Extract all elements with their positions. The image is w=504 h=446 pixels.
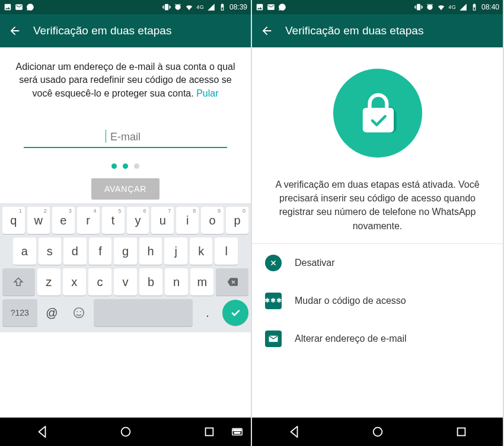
nav-bar	[0, 418, 251, 446]
option-disable-label: Desativar	[295, 258, 335, 268]
app-bar: Verificação em duas etapas	[0, 14, 251, 47]
shift-key[interactable]	[2, 268, 35, 296]
vibrate-icon	[162, 3, 171, 11]
svg-rect-14	[457, 428, 465, 436]
close-icon	[265, 255, 282, 271]
svg-rect-8	[237, 429, 238, 431]
space-key[interactable]	[94, 299, 193, 326]
email-field[interactable]	[24, 129, 227, 148]
mail-icon	[265, 331, 282, 347]
image-icon	[4, 3, 12, 11]
network-label: 4G	[448, 4, 456, 10]
key-s[interactable]: s	[39, 238, 62, 265]
key-w[interactable]: w2	[27, 207, 50, 234]
page-title: Verificação em duas etapas	[285, 24, 423, 37]
key-j[interactable]: j	[164, 238, 187, 265]
nav-recent-icon[interactable]	[455, 425, 468, 438]
option-change-pin-label: Mudar o código de acesso	[295, 296, 406, 306]
status-bar: 4G 08:39	[0, 0, 251, 14]
key-t[interactable]: t5	[102, 207, 125, 234]
key-o[interactable]: o9	[201, 207, 224, 234]
key-x[interactable]: x	[63, 268, 86, 296]
enter-key[interactable]	[222, 300, 248, 326]
next-button[interactable]: AVANÇAR	[91, 178, 160, 200]
svg-point-1	[77, 311, 78, 312]
svg-point-2	[80, 311, 81, 312]
emoji-key[interactable]	[66, 299, 91, 326]
nav-home-icon[interactable]	[371, 425, 384, 438]
signal-icon	[207, 3, 215, 11]
alarm-icon	[426, 3, 434, 11]
key-r[interactable]: r4	[77, 207, 100, 234]
network-label: 4G	[196, 4, 204, 10]
svg-rect-11	[234, 432, 240, 434]
pin-icon: ✱✱✱	[265, 293, 282, 309]
backspace-key[interactable]	[216, 268, 248, 296]
key-q[interactable]: q1	[2, 207, 25, 234]
content-left: Adicionar um endereço de e-mail à sua co…	[0, 47, 251, 418]
key-f[interactable]: f	[89, 238, 112, 265]
key-e[interactable]: e3	[52, 207, 75, 234]
key-u[interactable]: u7	[151, 207, 174, 234]
key-g[interactable]: g	[114, 238, 137, 265]
whatsapp-icon	[26, 3, 34, 11]
svg-rect-6	[234, 429, 235, 431]
key-b[interactable]: b	[139, 268, 162, 296]
key-c[interactable]: c	[88, 268, 111, 296]
key-y[interactable]: y6	[127, 207, 149, 234]
description: Adicionar um endereço de e-mail à sua co…	[0, 47, 251, 105]
progress-dots	[111, 163, 139, 169]
whatsapp-icon	[278, 3, 286, 11]
back-icon[interactable]	[260, 24, 273, 37]
text-cursor	[106, 130, 107, 143]
keyboard: q1w2e3r4t5y6u7i8o9p0 asdfghjkl zxcvbnm ?…	[0, 203, 251, 332]
option-change-pin[interactable]: ✱✱✱ Mudar o código de acesso	[252, 282, 503, 320]
key-l[interactable]: l	[215, 238, 238, 265]
status-left	[4, 3, 34, 11]
dot-3	[134, 163, 139, 169]
key-a[interactable]: a	[13, 238, 36, 265]
symbols-key[interactable]: ?123	[2, 299, 37, 326]
wifi-icon	[437, 3, 445, 11]
key-z[interactable]: z	[37, 268, 60, 296]
nav-back-icon[interactable]	[288, 425, 301, 438]
battery-icon	[218, 3, 227, 11]
option-disable[interactable]: Desativar	[252, 244, 503, 282]
phone-right: 4G 08:40 Verificação em duas etapas A ve…	[252, 0, 504, 446]
keyboard-switch-icon[interactable]	[231, 425, 244, 438]
keyboard-row-4: ?123 @ .	[2, 299, 248, 326]
key-v[interactable]: v	[114, 268, 137, 296]
dot-1	[111, 163, 117, 169]
key-n[interactable]: n	[165, 268, 188, 296]
gmail-icon	[15, 3, 23, 11]
period-key[interactable]: .	[195, 299, 220, 326]
alarm-icon	[174, 3, 182, 11]
page-title: Verificação em duas etapas	[33, 24, 171, 37]
signal-icon	[459, 3, 467, 11]
key-k[interactable]: k	[190, 238, 213, 265]
wifi-icon	[185, 3, 193, 11]
nav-recent-icon[interactable]	[203, 425, 216, 438]
key-d[interactable]: d	[63, 238, 87, 265]
at-key[interactable]: @	[40, 299, 65, 326]
key-h[interactable]: h	[139, 238, 162, 265]
back-icon[interactable]	[8, 24, 21, 37]
svg-rect-7	[235, 429, 236, 431]
key-m[interactable]: m	[190, 268, 213, 296]
svg-rect-9	[238, 429, 240, 431]
status-right: 4G 08:40	[414, 3, 499, 11]
nav-home-icon[interactable]	[119, 425, 132, 438]
status-left	[256, 3, 286, 11]
svg-point-0	[74, 308, 84, 318]
key-i[interactable]: i8	[176, 207, 199, 234]
lock-badge	[333, 69, 422, 158]
dot-2	[123, 163, 128, 169]
option-change-email[interactable]: Alterar endereço de e-mail	[252, 320, 503, 358]
option-change-email-label: Alterar endereço de e-mail	[295, 333, 407, 344]
skip-link[interactable]: Pular	[196, 88, 218, 98]
nav-back-icon[interactable]	[36, 425, 49, 438]
email-wrap	[0, 105, 251, 148]
key-p[interactable]: p0	[226, 207, 248, 234]
content-right: A verificação em duas etapas está ativad…	[252, 47, 503, 418]
vibrate-icon	[414, 3, 423, 11]
